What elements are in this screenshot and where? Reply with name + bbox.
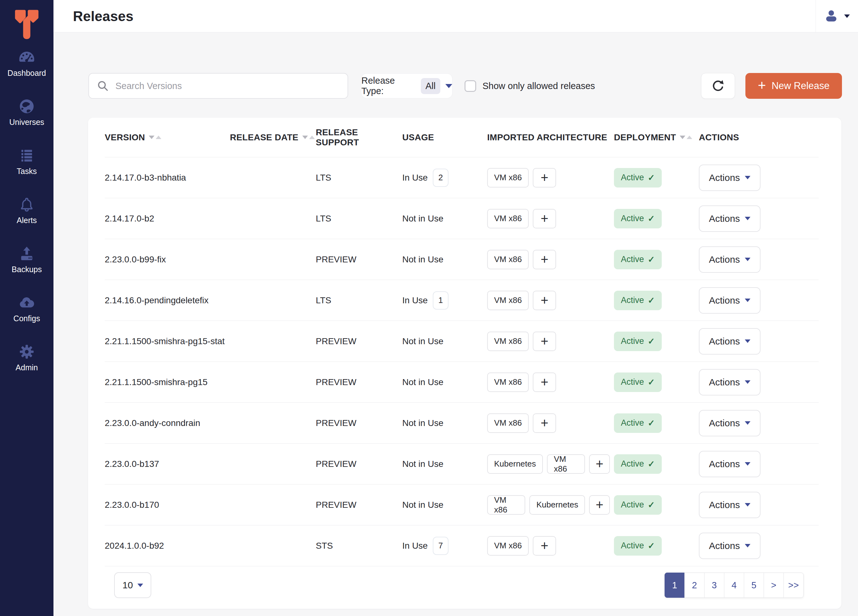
architecture-chip: VM x86 bbox=[547, 454, 585, 474]
add-architecture-button[interactable]: + bbox=[533, 331, 556, 351]
sidebar-item-admin[interactable]: Admin bbox=[0, 339, 53, 388]
chevron-down-icon bbox=[745, 176, 751, 179]
add-architecture-button[interactable]: + bbox=[533, 372, 556, 392]
sidebar-item-label: Admin bbox=[16, 363, 38, 372]
user-menu[interactable] bbox=[816, 0, 858, 32]
actions-button[interactable]: Actions bbox=[699, 533, 760, 559]
user-icon bbox=[824, 9, 838, 23]
usage-text: In Use bbox=[402, 541, 428, 551]
release-support-cell: LTS bbox=[316, 198, 402, 239]
sidebar-item-label: Dashboard bbox=[8, 68, 46, 78]
add-architecture-button[interactable]: + bbox=[533, 209, 556, 229]
show-only-allowed-checkbox[interactable] bbox=[465, 80, 476, 92]
sidebar-item-universes[interactable]: Universes bbox=[0, 94, 53, 143]
add-architecture-button[interactable]: + bbox=[533, 536, 556, 555]
column-header-release-date[interactable]: RELEASE DATE bbox=[230, 118, 316, 157]
column-header-usage: USAGE bbox=[402, 118, 487, 157]
architecture-chip: VM x86 bbox=[487, 372, 529, 392]
actions-cell: Actions bbox=[699, 198, 819, 239]
actions-button[interactable]: Actions bbox=[699, 287, 760, 314]
actions-button[interactable]: Actions bbox=[699, 410, 760, 436]
version-cell: 2.14.17.0-b3-nbhatia bbox=[105, 157, 230, 198]
sidebar-item-dashboard[interactable]: Dashboard bbox=[0, 45, 53, 94]
version-text: 2.14.17.0-b2 bbox=[105, 214, 154, 224]
version-text: 2.23.0.0-b137 bbox=[105, 459, 159, 469]
release-support-cell: PREVIEW bbox=[316, 443, 402, 484]
search-box bbox=[89, 73, 348, 99]
add-architecture-button[interactable]: + bbox=[589, 495, 610, 515]
check-icon: ✓ bbox=[648, 255, 655, 264]
refresh-button[interactable] bbox=[701, 73, 735, 99]
sidebar-item-tasks[interactable]: Tasks bbox=[0, 143, 53, 192]
actions-button[interactable]: Actions bbox=[699, 451, 760, 477]
actions-button[interactable]: Actions bbox=[699, 328, 760, 355]
add-architecture-button[interactable]: + bbox=[533, 250, 556, 269]
deployment-cell: Active✓ bbox=[614, 443, 699, 484]
release-date-cell bbox=[230, 526, 316, 566]
table-row: 2.14.17.0-b2LTSNot in UseVM x86+Active✓A… bbox=[105, 198, 819, 239]
add-architecture-button[interactable]: + bbox=[533, 414, 556, 433]
column-header-version[interactable]: VERSION bbox=[105, 118, 230, 157]
usage-text: Not in Use bbox=[402, 214, 443, 224]
last-page-button[interactable]: >> bbox=[783, 572, 804, 598]
dashboard-icon bbox=[18, 48, 36, 66]
version-cell: 2.23.0.0-andy-conndrain bbox=[105, 403, 230, 443]
page-button-4[interactable]: 4 bbox=[724, 572, 744, 598]
actions-button[interactable]: Actions bbox=[699, 205, 760, 232]
release-date-cell bbox=[230, 403, 316, 443]
actions-button[interactable]: Actions bbox=[699, 246, 760, 273]
new-release-button[interactable]: + New Release bbox=[745, 73, 842, 99]
version-cell: 2.14.16.0-pendingdeletefix bbox=[105, 280, 230, 320]
deployment-status-text: Active bbox=[621, 459, 644, 469]
add-architecture-button[interactable]: + bbox=[533, 291, 556, 310]
release-support-text: PREVIEW bbox=[316, 255, 356, 264]
deployment-status-badge: Active✓ bbox=[614, 372, 662, 392]
page-button-1[interactable]: 1 bbox=[665, 572, 685, 598]
deployment-cell: Active✓ bbox=[614, 362, 699, 402]
deployment-status-text: Active bbox=[621, 500, 644, 510]
page-size-select[interactable]: 10 bbox=[114, 572, 151, 598]
column-header-deployment[interactable]: DEPLOYMENT bbox=[614, 118, 699, 157]
sort-icons bbox=[302, 135, 315, 139]
page-button-5[interactable]: 5 bbox=[744, 572, 764, 598]
release-type-filter[interactable]: Release Type: All bbox=[361, 73, 452, 98]
usage-cell: In Use1 bbox=[402, 280, 487, 320]
deployment-cell: Active✓ bbox=[614, 280, 699, 320]
chevron-down-icon bbox=[745, 217, 751, 220]
table-row: 2.23.0.0-andy-conndrainPREVIEWNot in Use… bbox=[105, 403, 819, 443]
version-text: 2024.1.0.0-b92 bbox=[105, 541, 164, 551]
architecture-chip: Kubernetes bbox=[487, 454, 543, 474]
page-button-3[interactable]: 3 bbox=[704, 572, 724, 598]
architecture-chip: Kubernetes bbox=[529, 495, 585, 515]
architecture-chip: VM x86 bbox=[487, 495, 525, 515]
add-architecture-button[interactable]: + bbox=[533, 168, 556, 188]
table-row: 2.21.1.1500-smishra-pg15-statPREVIEWNot … bbox=[105, 321, 819, 362]
add-architecture-button[interactable]: + bbox=[589, 454, 610, 474]
actions-label: Actions bbox=[709, 254, 740, 265]
imported-architecture-cell: VM x86+ bbox=[487, 198, 614, 239]
sidebar-item-backups[interactable]: Backups bbox=[0, 241, 53, 290]
version-cell: 2.23.0.0-b137 bbox=[105, 443, 230, 484]
alerts-icon bbox=[18, 196, 36, 213]
search-input[interactable] bbox=[115, 81, 340, 92]
table-row: 2.23.0.0-b99-fixPREVIEWNot in UseVM x86+… bbox=[105, 239, 819, 280]
usage-text: Not in Use bbox=[402, 255, 443, 264]
actions-button[interactable]: Actions bbox=[699, 165, 760, 191]
chevron-down-icon bbox=[745, 299, 751, 302]
configs-icon bbox=[18, 294, 36, 311]
actions-button[interactable]: Actions bbox=[699, 492, 760, 518]
release-support-cell: PREVIEW bbox=[316, 362, 402, 402]
page-button-2[interactable]: 2 bbox=[684, 572, 704, 598]
usage-cell: Not in Use bbox=[402, 198, 487, 239]
sidebar-item-alerts[interactable]: Alerts bbox=[0, 192, 53, 241]
deployment-cell: Active✓ bbox=[614, 526, 699, 566]
refresh-icon bbox=[711, 79, 725, 93]
release-type-value: All bbox=[421, 78, 440, 94]
usage-cell: Not in Use bbox=[402, 239, 487, 280]
next-page-button[interactable]: > bbox=[764, 572, 784, 598]
sidebar: Dashboard Universes Tasks Alerts Backups… bbox=[0, 0, 53, 616]
yugabyte-logo-icon[interactable] bbox=[11, 6, 42, 42]
sidebar-item-configs[interactable]: Configs bbox=[0, 290, 53, 339]
actions-button[interactable]: Actions bbox=[699, 369, 760, 395]
usage-cell: Not in Use bbox=[402, 321, 487, 361]
